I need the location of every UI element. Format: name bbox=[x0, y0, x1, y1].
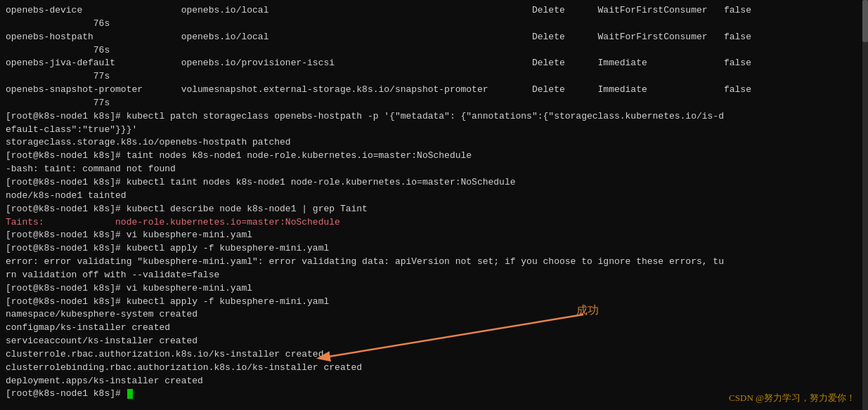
terminal-line: rn validation off with --validate=false bbox=[6, 269, 862, 282]
terminal-line: -bash: taint: command not found bbox=[6, 163, 862, 176]
terminal-line: 77s bbox=[6, 97, 862, 110]
terminal-line: [root@k8s-node1 k8s]# kubectl taint node… bbox=[6, 176, 862, 190]
terminal-line: openebs-hostpath openebs.io/local Delete… bbox=[6, 31, 862, 44]
terminal-line: [root@k8s-node1 k8s]# kubectl patch stor… bbox=[6, 110, 862, 124]
terminal-cursor bbox=[127, 389, 133, 399]
terminal-line: deployment.apps/ks-installer created bbox=[6, 375, 862, 388]
terminal-line: storageclass.storage.k8s.io/openebs-host… bbox=[6, 136, 862, 150]
terminal-line: [root@k8s-node1 k8s]# kubectl apply -f k… bbox=[6, 296, 862, 309]
terminal-line: [root@k8s-node1 k8s]# vi kubesphere-mini… bbox=[6, 229, 862, 242]
terminal-line: error: error validating "kubesphere-mini… bbox=[6, 256, 862, 269]
terminal-line: openebs-snapshot-promoter volumesnapshot… bbox=[6, 84, 862, 97]
terminal-line: node/k8s-node1 tainted bbox=[6, 190, 862, 203]
terminal-line: 76s bbox=[6, 44, 862, 58]
terminal-window: openebs-device openebs.io/local Delete W… bbox=[0, 0, 868, 410]
terminal-line: [root@k8s-node1 k8s]# kubectl apply -f k… bbox=[6, 242, 862, 256]
terminal-line: 77s bbox=[6, 70, 862, 84]
terminal-line: openebs-device openebs.io/local Delete W… bbox=[6, 4, 862, 18]
terminal-line: efault-class":"true"}}}' bbox=[6, 124, 862, 137]
terminal-line: Taints: node-role.kubernetes.io=master:N… bbox=[6, 216, 862, 230]
terminal-line: openebs-jiva-default openebs.io/provisio… bbox=[6, 57, 862, 70]
terminal-line: 76s bbox=[6, 18, 862, 31]
terminal-line: [root@k8s-node1 k8s]# taint nodes k8s-no… bbox=[6, 150, 862, 163]
terminal-line: [root@k8s-node1 k8s]# vi kubesphere-mini… bbox=[6, 282, 862, 296]
arrow-indicator bbox=[239, 309, 604, 372]
scrollbar-thumb[interactable] bbox=[862, 0, 868, 42]
scrollbar[interactable] bbox=[862, 0, 868, 410]
terminal-line: [root@k8s-node1 k8s]# kubectl describe n… bbox=[6, 203, 862, 216]
svg-line-1 bbox=[320, 315, 583, 358]
watermark: CSDN @努力学习，努力爱你！ bbox=[729, 392, 855, 404]
